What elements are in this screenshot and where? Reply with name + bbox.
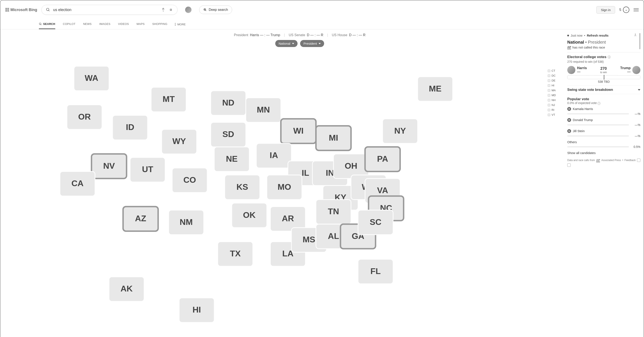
- svg-point-0: [46, 8, 49, 11]
- small-state-hi[interactable]: HI: [548, 84, 560, 87]
- svg-point-9: [39, 23, 41, 25]
- small-state-nj[interactable]: NJ: [548, 103, 560, 107]
- scope-dropdown[interactable]: National: [275, 40, 298, 47]
- menu-icon[interactable]: [634, 8, 639, 11]
- small-state-md[interactable]: MD: [548, 94, 560, 97]
- svg-text:AK: AK: [120, 284, 133, 293]
- swing-state-toggle[interactable]: Swing state vote breakdown: [567, 86, 640, 94]
- attr-source[interactable]: Associated Press: [601, 159, 621, 162]
- race-summary-line: President Harris — : — Trump | US Senate…: [39, 33, 560, 37]
- state-swatch: [548, 104, 550, 106]
- ap-badge: AP: [567, 46, 571, 49]
- label: US Senate: [289, 33, 305, 37]
- state-swatch: [548, 94, 550, 97]
- state-abbr: MD: [552, 94, 556, 97]
- small-state-nh[interactable]: NH: [548, 99, 560, 102]
- small-state-vt[interactable]: VT: [548, 113, 560, 116]
- tab-news[interactable]: NEWS: [83, 19, 92, 29]
- party-badge: G: [567, 129, 571, 133]
- tab-more[interactable]: MORE: [175, 23, 186, 26]
- small-state-ma[interactable]: MA: [548, 89, 560, 92]
- score: D — : — R: [307, 33, 323, 37]
- svg-text:PA: PA: [377, 154, 388, 163]
- search-icon: [39, 23, 42, 26]
- info-icon[interactable]: i: [598, 102, 600, 105]
- share-icon[interactable]: [633, 33, 637, 38]
- party-badge: D: [567, 107, 571, 111]
- svg-text:IN: IN: [326, 168, 334, 177]
- small-state-ri[interactable]: RI: [548, 108, 560, 112]
- header-right: Sign in 5: [596, 6, 639, 14]
- thumbs-up-icon[interactable]: [637, 159, 640, 162]
- candidate-left: Harris —: [567, 66, 587, 74]
- pill-label: National: [279, 42, 290, 45]
- svg-text:OK: OK: [243, 210, 256, 220]
- signin-button[interactable]: Sign in: [596, 6, 615, 14]
- pv-bar: [567, 135, 629, 137]
- state-abbr: DC: [552, 74, 556, 77]
- feedback-link[interactable]: Feedback: [624, 159, 636, 162]
- show-all-candidates-link[interactable]: Show all candidates: [567, 151, 640, 155]
- pv-row: RDonald Trump—%: [567, 118, 640, 127]
- rewards-badge-icon: [623, 7, 629, 13]
- svg-text:WI: WI: [293, 126, 304, 135]
- tab-copilot[interactable]: COPILOT: [63, 19, 76, 29]
- small-state-ct[interactable]: CT: [548, 69, 560, 72]
- image-search-icon[interactable]: [168, 7, 174, 12]
- svg-rect-4: [170, 9, 172, 11]
- timestamp: Just now: [571, 34, 582, 37]
- svg-text:KS: KS: [236, 182, 248, 191]
- state-swatch: [548, 99, 550, 102]
- search-box[interactable]: [42, 5, 178, 15]
- pv-row: DKamala Harris—%: [567, 107, 640, 116]
- race-house[interactable]: US House D — : — R: [332, 33, 365, 37]
- race-president[interactable]: President Harris — : — Trump: [234, 33, 280, 37]
- us-map[interactable]: WAMTNDMNMEORIDWYSDWIMINYNVUTCONEIAILINOH…: [39, 52, 544, 337]
- svg-text:TX: TX: [230, 249, 241, 258]
- svg-text:NY: NY: [394, 126, 406, 135]
- state-abbr: HI: [552, 84, 554, 87]
- race: President: [588, 40, 606, 45]
- small-states-list: CTDCDEHIMAMDNHNJRIVT: [548, 52, 560, 337]
- rewards[interactable]: 5: [619, 7, 629, 13]
- svg-text:MN: MN: [257, 105, 270, 114]
- deep-search-label: Deep search: [209, 8, 228, 12]
- separator: •: [584, 34, 585, 37]
- pv-pct: —%: [632, 134, 640, 138]
- pv-row: GJill Stein—%: [567, 129, 640, 138]
- refresh-results-link[interactable]: Refresh results: [587, 34, 608, 37]
- state-abbr: NJ: [552, 103, 555, 107]
- tab-label: VIDEOS: [118, 22, 129, 26]
- svg-text:TN: TN: [328, 207, 339, 216]
- separator: |: [284, 33, 285, 37]
- more-icon: [175, 23, 176, 26]
- bing-logo[interactable]: Microsoft Bing: [5, 8, 37, 12]
- svg-point-5: [204, 9, 206, 11]
- info-icon[interactable]: i: [608, 56, 611, 59]
- search-input[interactable]: [53, 8, 158, 12]
- small-state-dc[interactable]: DC: [548, 74, 560, 77]
- thumbs-down-icon[interactable]: [567, 163, 571, 167]
- state-swatch: [548, 114, 550, 116]
- race-dropdown[interactable]: President: [300, 40, 324, 47]
- deep-search-icon: [203, 8, 207, 12]
- tab-label: IMAGES: [99, 22, 110, 26]
- tab-maps[interactable]: MAPS: [136, 19, 144, 29]
- state-swatch: [548, 89, 550, 92]
- voice-search-icon[interactable]: [161, 7, 166, 12]
- ap-call-status: AP has not called this race: [567, 46, 637, 49]
- race-senate[interactable]: US Senate D — : — R: [289, 33, 323, 37]
- tab-images[interactable]: IMAGES: [99, 19, 110, 29]
- svg-text:AZ: AZ: [135, 214, 146, 223]
- deep-search-button[interactable]: Deep search: [199, 6, 232, 14]
- small-state-de[interactable]: DE: [548, 79, 560, 82]
- copilot-icon[interactable]: [185, 7, 192, 13]
- tab-search[interactable]: SEARCH: [39, 19, 55, 29]
- svg-text:NV: NV: [103, 161, 115, 170]
- tab-videos[interactable]: VIDEOS: [118, 19, 129, 29]
- tab-shopping[interactable]: SHOPPING: [152, 19, 167, 29]
- scope: National: [567, 40, 584, 45]
- svg-text:HI: HI: [192, 305, 201, 314]
- tab-label: COPILOT: [63, 22, 76, 26]
- candidate-name: Trump: [620, 66, 630, 70]
